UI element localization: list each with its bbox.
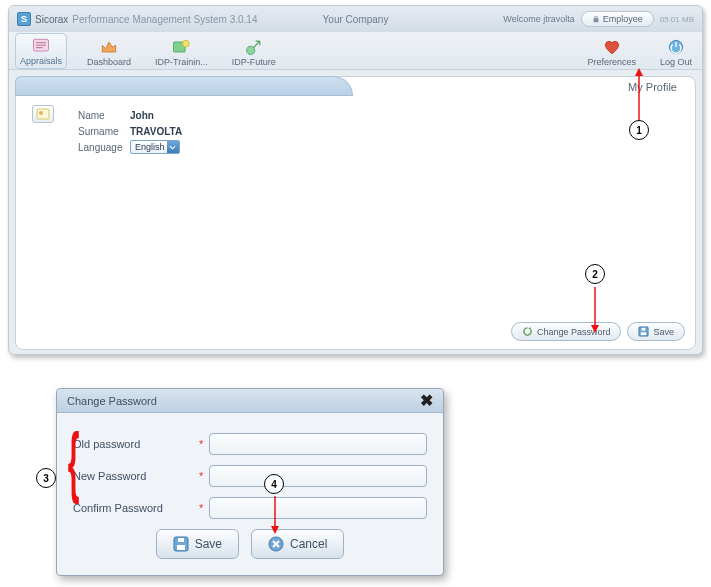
company-name: Your Company [323, 14, 389, 25]
save-button[interactable]: Save [627, 322, 685, 341]
surname-label: Surname [78, 126, 130, 137]
row-confirm-password: Confirm Password * [73, 497, 427, 519]
svg-rect-8 [641, 332, 647, 335]
field-row-name: Name John [78, 107, 182, 123]
surname-value: TRAVOLTA [130, 126, 182, 137]
change-password-dialog: Change Password ✖ Old password * New Pas… [56, 388, 444, 576]
nav-appraisals[interactable]: Appraisals [15, 33, 67, 69]
svg-rect-9 [642, 328, 646, 331]
dialog-cancel-label: Cancel [290, 537, 327, 551]
dialog-actions: Save Cancel [73, 529, 427, 559]
content-tab [15, 76, 353, 96]
dialog-cancel-button[interactable]: Cancel [251, 529, 344, 559]
nav-idp-future[interactable]: IDP-Future [228, 35, 280, 69]
nav-appraisals-label: Appraisals [20, 56, 62, 66]
required-marker: * [199, 438, 203, 450]
dashboard-icon [98, 37, 120, 57]
memory-indicator: 05.01 MB [660, 15, 694, 24]
dialog-save-button[interactable]: Save [156, 529, 239, 559]
confirm-password-label: Confirm Password [73, 502, 193, 514]
required-marker: * [199, 502, 203, 514]
old-password-input[interactable] [209, 433, 427, 455]
idp-future-icon [243, 37, 265, 57]
name-value: John [130, 110, 154, 121]
app-subtitle: Performance Management System 3.0.14 [72, 14, 257, 25]
appraisals-icon [30, 36, 52, 56]
dialog-title: Change Password [67, 395, 157, 407]
language-select-value: English [135, 142, 165, 152]
close-icon[interactable]: ✖ [420, 391, 433, 410]
save-icon [638, 326, 649, 337]
nav-dashboard[interactable]: Dashboard [83, 35, 135, 69]
chevron-down-icon [167, 141, 179, 153]
profile-fields: Name John Surname TRAVOLTA Language Engl… [78, 107, 182, 155]
nav-preferences[interactable]: Preferences [583, 35, 640, 69]
nav-preferences-label: Preferences [587, 57, 636, 67]
svg-marker-19 [271, 526, 279, 534]
nav-idp-training[interactable]: IDP-Trainin... [151, 35, 212, 69]
svg-point-6 [39, 111, 43, 115]
nav-idp-training-label: IDP-Trainin... [155, 57, 208, 67]
svg-marker-17 [591, 325, 599, 333]
required-marker: * [199, 470, 203, 482]
new-password-input[interactable] [209, 465, 427, 487]
refresh-icon [522, 326, 533, 337]
nav-idp-future-label: IDP-Future [232, 57, 276, 67]
annotation-circle-2: 2 [585, 264, 605, 284]
titlebar: S Sicorax Performance Management System … [9, 6, 702, 32]
language-select[interactable]: English [130, 140, 180, 154]
row-old-password: Old password * [73, 433, 427, 455]
svg-marker-15 [635, 68, 643, 76]
employee-button-label: Employee [603, 14, 643, 24]
annotation-arrow-1 [632, 68, 646, 124]
nav-dashboard-label: Dashboard [87, 57, 131, 67]
row-new-password: New Password * [73, 465, 427, 487]
toolbar: Appraisals Dashboard IDP-Trainin... IDP-… [9, 32, 702, 70]
lock-icon [592, 15, 600, 23]
field-row-surname: Surname TRAVOLTA [78, 123, 182, 139]
annotation-arrow-2 [588, 285, 602, 333]
employee-button[interactable]: Employee [581, 11, 654, 27]
idp-training-icon [170, 37, 192, 57]
field-row-language: Language English [78, 139, 182, 155]
dialog-titlebar: Change Password ✖ [57, 389, 443, 413]
change-password-button[interactable]: Change Password [511, 322, 622, 341]
welcome-text: Welcome jtravolta [503, 14, 574, 24]
power-icon [665, 37, 687, 57]
nav-logout[interactable]: Log Out [656, 35, 696, 69]
nav-logout-label: Log Out [660, 57, 692, 67]
app-logo-icon: S [17, 12, 31, 26]
heart-icon [601, 37, 623, 57]
brand-text: Sicorax [35, 14, 68, 25]
save-label: Save [653, 327, 674, 337]
svg-rect-12 [178, 538, 184, 542]
confirm-password-input[interactable] [209, 497, 427, 519]
dialog-save-label: Save [195, 537, 222, 551]
annotation-brace: { [68, 423, 80, 501]
name-label: Name [78, 110, 130, 121]
annotation-arrow-4 [268, 494, 282, 534]
old-password-label: Old password [73, 438, 193, 450]
new-password-label: New Password [73, 470, 193, 482]
svg-point-2 [183, 40, 190, 47]
annotation-circle-4: 4 [264, 474, 284, 494]
annotation-circle-3: 3 [36, 468, 56, 488]
cancel-icon [268, 536, 284, 552]
annotation-circle-1: 1 [629, 120, 649, 140]
language-label: Language [78, 142, 130, 153]
svg-rect-11 [177, 545, 185, 550]
svg-rect-5 [37, 109, 49, 119]
profile-card-icon [32, 105, 54, 123]
save-icon [173, 536, 189, 552]
